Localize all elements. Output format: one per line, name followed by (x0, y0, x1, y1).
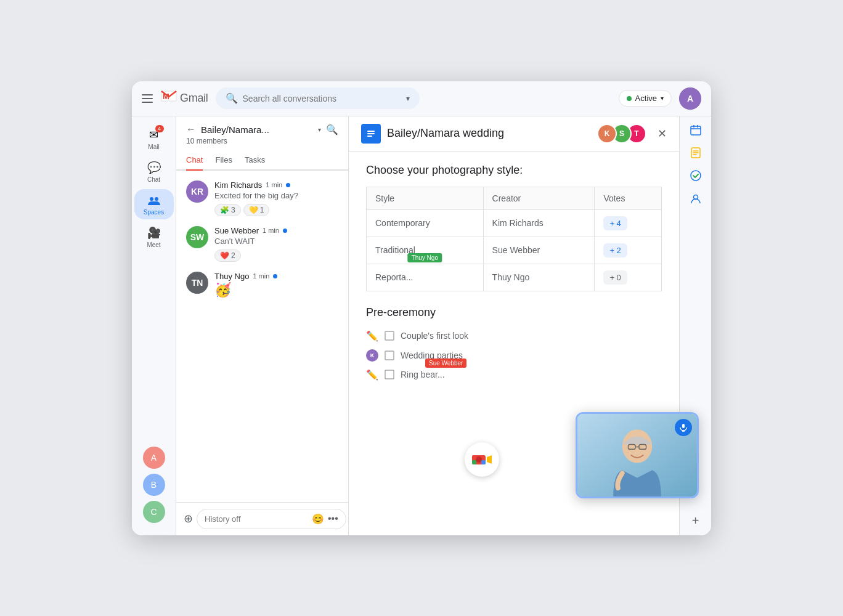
sidebar-item-mail[interactable]: ✉ 4 Mail (134, 124, 174, 154)
doc-header: Bailey/Namara wedding K S T ✕ (349, 116, 679, 152)
preceremon-title: Pre-ceremony (366, 306, 662, 319)
vote-button[interactable]: + 2 (603, 243, 627, 257)
contacts-icon[interactable] (690, 192, 702, 208)
search-bar[interactable]: 🔍 ▾ (216, 87, 420, 109)
mail-badge: 4 (155, 125, 164, 132)
notes-icon[interactable] (690, 147, 702, 162)
message-input-wrap: 😊 ••• (197, 509, 346, 529)
tasks-icon[interactable] (690, 169, 702, 185)
close-button[interactable]: ✕ (658, 127, 667, 140)
message-text: Excited for the big day? (214, 191, 338, 200)
checklist-text: Couple's first look (401, 331, 468, 341)
gmail-logo: M Gmail (160, 87, 208, 109)
vote-button[interactable]: + 4 (603, 216, 627, 230)
votes-cell: + 4 (595, 209, 662, 237)
svg-point-4 (155, 197, 158, 201)
user-avatar[interactable]: A (679, 87, 701, 110)
online-indicator (273, 274, 277, 278)
task-icon: ✏️ (366, 330, 378, 342)
message-text: 🥳 (214, 282, 338, 298)
sender-name: Thuy Ngo (214, 272, 249, 281)
message-time: 1 min (253, 272, 269, 280)
active-status[interactable]: Active ▾ (619, 90, 672, 107)
chat-messages: KR Kim Richards 1 min Excited for the bi… (176, 171, 348, 502)
add-panel-button[interactable]: + (692, 514, 699, 528)
meet-icon: 🎥 (147, 225, 161, 240)
message-item[interactable]: KR Kim Richards 1 min Excited for the bi… (176, 176, 348, 221)
space-title: Bailey/Namara... (201, 124, 313, 135)
svg-rect-6 (367, 133, 375, 134)
item-avatar: K (366, 349, 378, 362)
sidebar-avatar-3[interactable]: C (143, 501, 165, 523)
sidebar-avatar-1[interactable]: A (143, 447, 165, 469)
active-chevron-icon: ▾ (661, 95, 664, 102)
sender-name: Sue Webber (214, 226, 259, 235)
reaction-pill[interactable]: 💛1 (243, 204, 270, 216)
message-text: Can't WAIT (214, 237, 338, 246)
sender-name: Kim Richards (214, 180, 262, 190)
tab-files[interactable]: Files (215, 150, 232, 171)
svg-text:M: M (163, 92, 169, 101)
col-votes: Votes (595, 187, 662, 209)
svg-rect-19 (682, 424, 685, 428)
sidebar-avatar-2[interactable]: B (143, 474, 165, 496)
task-icon: ✏️ (366, 369, 378, 381)
doc-title: Bailey/Namara wedding (387, 127, 596, 140)
meet-camera-button[interactable] (465, 442, 499, 477)
checklist-item: ✏️ Ring bear... Sue Webber (366, 365, 662, 384)
cursor-label-suewebber: Sue Webber (425, 359, 466, 368)
sidebar-item-chat[interactable]: 💬 Chat (134, 156, 174, 187)
table-row: Thuy Ngo Reporta... Thuy Ngo + 0 (367, 264, 662, 291)
spaces-icon (147, 193, 161, 208)
spaces-label: Spaces (144, 209, 164, 216)
app-window: M Gmail 🔍 ▾ Active ▾ A ✉ 4 (132, 81, 711, 535)
message-item[interactable]: SW Sue Webber 1 min Can't WAIT ❤️2 (176, 221, 348, 267)
chat-label: Chat (147, 176, 160, 183)
topbar: M Gmail 🔍 ▾ Active ▾ A (132, 81, 711, 116)
calendar-icon[interactable] (690, 124, 702, 139)
style-cell: Thuy Ngo Reporta... (367, 264, 484, 291)
checklist-text: Ring bear... Sue Webber (401, 370, 445, 379)
chat-tabs: Chat Files Tasks (176, 150, 348, 171)
style-cell: Contemporary (367, 209, 484, 237)
checkbox[interactable] (385, 351, 394, 360)
avatar: TN (186, 272, 208, 294)
hamburger-menu[interactable] (142, 94, 153, 103)
col-style: Style (367, 187, 484, 209)
reactions: ❤️2 (214, 249, 338, 262)
message-item[interactable]: TN Thuy Ngo 1 min 🥳 (176, 267, 348, 303)
app-name: Gmail (180, 92, 208, 105)
add-attachment-button[interactable]: ⊕ (184, 510, 193, 527)
checklist-item: K Wedding parties (366, 346, 662, 365)
back-button[interactable]: ← (186, 124, 196, 135)
search-icon: 🔍 (226, 92, 238, 104)
vote-button[interactable]: + 0 (603, 270, 627, 285)
col-creator: Creator (483, 187, 595, 209)
message-content: Thuy Ngo 1 min 🥳 (214, 272, 338, 298)
svg-point-23 (476, 456, 482, 463)
creator-cell: Thuy Ngo (483, 264, 595, 291)
more-options-button[interactable]: ••• (328, 513, 338, 524)
checkbox[interactable] (385, 370, 394, 379)
svg-rect-8 (691, 126, 701, 135)
chat-search-button[interactable]: 🔍 (326, 124, 338, 136)
chat-header: ← Bailey/Namara... ▾ 🔍 (176, 116, 348, 136)
reaction-pill[interactable]: ❤️2 (214, 249, 241, 262)
reaction-pill[interactable]: 🧩3 (214, 204, 241, 216)
svg-rect-9 (693, 125, 694, 128)
pip-mic-button[interactable] (675, 419, 692, 436)
svg-point-3 (150, 197, 153, 201)
message-content: Kim Richards 1 min Excited for the big d… (214, 180, 338, 216)
sidebar-item-meet[interactable]: 🎥 Meet (134, 222, 174, 252)
checkbox[interactable] (385, 331, 394, 341)
chat-icon: 💬 (147, 160, 161, 175)
search-input[interactable] (243, 94, 401, 103)
svg-rect-24 (472, 455, 476, 460)
tab-tasks[interactable]: Tasks (245, 150, 265, 171)
online-indicator (286, 183, 290, 187)
tab-chat[interactable]: Chat (186, 150, 203, 171)
message-input[interactable] (205, 514, 308, 524)
sidebar-item-spaces[interactable]: Spaces (134, 189, 174, 219)
active-dot (627, 96, 632, 101)
emoji-button[interactable]: 😊 (312, 513, 324, 525)
